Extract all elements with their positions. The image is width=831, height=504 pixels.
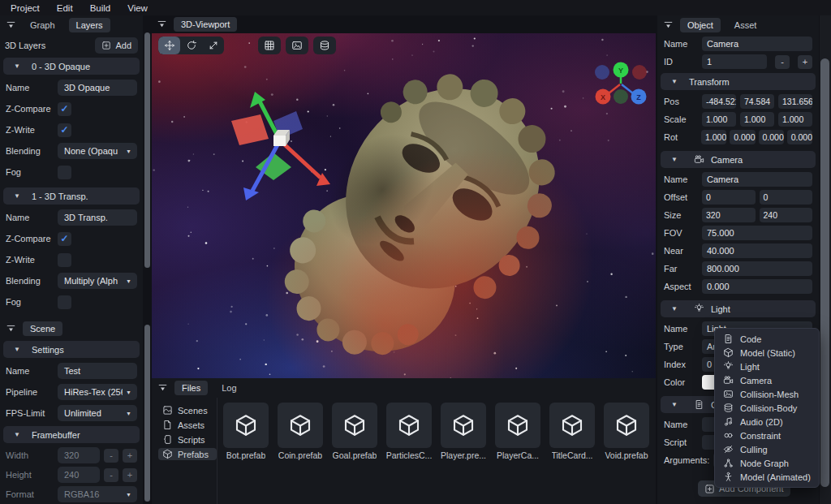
prefab-tile[interactable]: [278, 403, 323, 448]
pos-y-input[interactable]: 74.584: [740, 94, 774, 109]
tab-scene[interactable]: Scene: [23, 321, 62, 336]
settings-header[interactable]: ▼ Settings: [3, 341, 140, 358]
transform-header[interactable]: ▼ Transform: [661, 73, 816, 90]
context-menu-item-node-graph[interactable]: Node Graph: [715, 456, 819, 470]
file-category-assets[interactable]: Assets: [158, 419, 217, 431]
panel-collapse-icon[interactable]: [6, 324, 16, 334]
context-menu-item-audio-2d[interactable]: Audio (2D): [715, 415, 819, 429]
id-minus-button[interactable]: -: [775, 55, 790, 69]
viewport-3d[interactable]: Y X Z: [152, 33, 656, 378]
add-layer-button[interactable]: Add: [95, 37, 138, 54]
file-category-prefabs[interactable]: Prefabs: [158, 448, 217, 460]
context-menu-item-light[interactable]: Light: [715, 360, 819, 373]
pos-x-input[interactable]: -484.521: [702, 94, 736, 109]
layer0-zwrite-checkbox[interactable]: [58, 123, 71, 137]
prefab-item[interactable]: Goal.prefab: [332, 403, 377, 504]
panel-collapse-icon[interactable]: [663, 20, 674, 31]
tab-asset[interactable]: Asset: [727, 18, 764, 32]
fb-height-input[interactable]: 240: [58, 467, 100, 483]
tab-log[interactable]: Log: [214, 381, 243, 395]
prefab-item[interactable]: Void.prefab: [604, 403, 649, 504]
scale-tool-button[interactable]: [202, 37, 224, 54]
prefab-item[interactable]: Coin.prefab: [278, 403, 323, 504]
camera-size-w-input[interactable]: 320: [702, 208, 756, 222]
scale-z-input[interactable]: 1.000: [778, 112, 812, 127]
context-menu-item-collision-body[interactable]: Collision-Body: [715, 401, 819, 415]
context-menu-item-code[interactable]: Code: [715, 332, 819, 346]
layer0-blending-dropdown[interactable]: None (Opaqu: [58, 143, 137, 159]
fb-height-minus-button[interactable]: -: [104, 468, 118, 482]
inspector-scrollbar[interactable]: [820, 58, 829, 487]
camera-name-input[interactable]: Camera: [702, 172, 812, 187]
context-menu-item-model-static[interactable]: Model (Static): [715, 346, 819, 360]
geometry-toggle-button[interactable]: [313, 37, 336, 54]
panel-collapse-icon[interactable]: [157, 19, 167, 30]
id-plus-button[interactable]: +: [798, 55, 812, 69]
prefab-tile[interactable]: [604, 403, 649, 448]
layer1-fog-checkbox[interactable]: [58, 295, 71, 309]
rot-y-input[interactable]: 0.000: [759, 130, 784, 144]
fb-height-plus-button[interactable]: +: [123, 468, 137, 482]
object-name-input[interactable]: Camera: [702, 37, 812, 51]
rotate-tool-button[interactable]: [180, 37, 202, 54]
prefab-tile[interactable]: [332, 403, 377, 448]
rot-z-input[interactable]: 0.000: [787, 130, 812, 144]
layer1-name-input[interactable]: 3D Transp.: [58, 209, 137, 226]
fb-width-input[interactable]: 320: [58, 447, 100, 463]
tab-layers[interactable]: Layers: [69, 18, 110, 32]
prefab-item[interactable]: TitleCard...: [549, 403, 595, 504]
transform-gizmo[interactable]: [231, 92, 330, 200]
camera-aspect-input[interactable]: 0.000: [702, 279, 812, 294]
context-menu-item-model-animated[interactable]: Model (Animated): [715, 470, 819, 484]
context-menu-item-culling[interactable]: Culling: [715, 442, 819, 456]
camera-near-input[interactable]: 40.000: [702, 243, 812, 258]
camera-size-h-input[interactable]: 240: [760, 208, 813, 222]
layer1-zcompare-checkbox[interactable]: [58, 232, 71, 246]
scale-x-input[interactable]: 1.000: [702, 112, 736, 127]
menu-item-build[interactable]: Build: [87, 3, 114, 13]
prefab-tile[interactable]: [386, 403, 432, 448]
panel-collapse-icon[interactable]: [6, 20, 16, 31]
fb-width-plus-button[interactable]: +: [123, 449, 137, 463]
tab-graph[interactable]: Graph: [23, 18, 62, 32]
tab-object[interactable]: Object: [680, 18, 721, 32]
file-category-scripts[interactable]: Scripts: [158, 433, 217, 446]
tab-files[interactable]: Files: [174, 381, 208, 395]
prefab-item[interactable]: PlayerCa...: [495, 403, 540, 504]
framebuffer-header[interactable]: ▼ Framebuffer: [3, 426, 140, 443]
layer-0-header[interactable]: ▼ 0 - 3D Opaque: [3, 58, 140, 75]
camera-fov-input[interactable]: 75.000: [702, 226, 812, 240]
grid-toggle-button[interactable]: [258, 37, 281, 54]
layer0-fog-checkbox[interactable]: [58, 166, 71, 179]
pos-z-input[interactable]: 131.656: [778, 94, 812, 109]
fb-width-minus-button[interactable]: -: [104, 449, 118, 463]
prefab-item[interactable]: Player.pre...: [441, 403, 486, 504]
move-tool-button[interactable]: [158, 37, 180, 54]
camera-far-input[interactable]: 800.000: [702, 261, 812, 276]
camera-offset-y-input[interactable]: 0: [760, 190, 813, 205]
layer-1-header[interactable]: ▼ 1 - 3D Transp.: [3, 187, 140, 205]
fb-format-dropdown[interactable]: RGBA16: [58, 486, 137, 502]
menu-item-edit[interactable]: Edit: [54, 3, 76, 13]
rot-x-input[interactable]: 0.000: [730, 130, 755, 144]
context-menu-item-collision-mesh[interactable]: Collision-Mesh: [715, 387, 819, 401]
prefab-tile[interactable]: [441, 403, 486, 448]
scale-y-input[interactable]: 1.000: [740, 112, 774, 127]
context-menu-item-constraint[interactable]: Constraint: [715, 429, 819, 442]
light-component-header[interactable]: ▼ Light: [661, 300, 816, 317]
prefab-item[interactable]: Bot.prefab: [223, 403, 269, 504]
texture-toggle-button[interactable]: [286, 37, 308, 54]
layers-scrollbar[interactable]: [144, 32, 150, 268]
layer0-zcompare-checkbox[interactable]: [58, 102, 71, 116]
file-category-scenes[interactable]: Scenes: [158, 404, 217, 416]
pipeline-dropdown[interactable]: HiRes-Tex (256: [58, 384, 137, 400]
prefab-tile[interactable]: [223, 403, 269, 448]
menu-item-view[interactable]: View: [124, 3, 151, 13]
menu-item-project[interactable]: Project: [7, 3, 43, 13]
layer1-zwrite-checkbox[interactable]: [58, 253, 71, 267]
prefab-tile[interactable]: [549, 403, 595, 448]
scene-scrollbar[interactable]: [144, 325, 150, 502]
axis-orientation-widget[interactable]: Y X Z: [595, 62, 647, 105]
layer1-blending-dropdown[interactable]: Multiply (Alph: [58, 273, 137, 289]
fps-limit-dropdown[interactable]: Unlimited: [58, 405, 137, 421]
